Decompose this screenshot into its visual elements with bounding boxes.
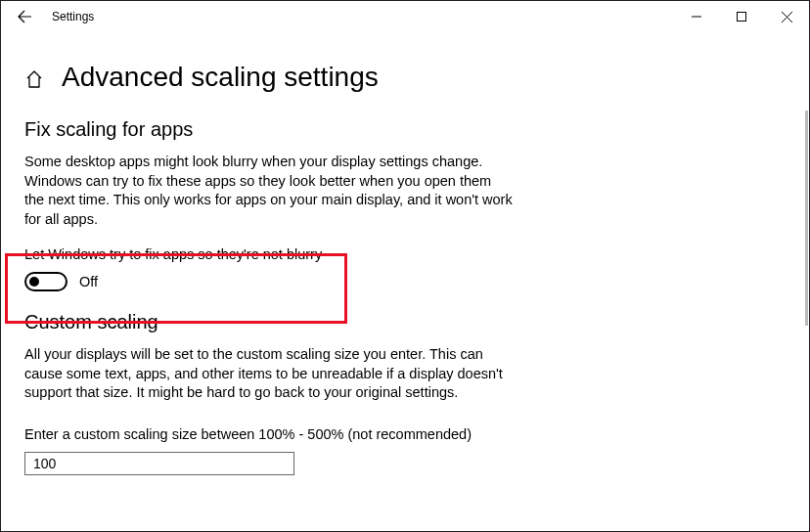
- title-bar: Settings: [1, 1, 809, 32]
- minimize-button[interactable]: [674, 1, 719, 32]
- maximize-button[interactable]: [719, 1, 764, 32]
- custom-scaling-field-label: Enter a custom scaling size between 100%…: [24, 426, 786, 442]
- minimize-icon: [692, 12, 701, 22]
- fix-scaling-toggle[interactable]: [24, 272, 68, 291]
- fix-scaling-toggle-row: Off: [24, 272, 786, 291]
- back-arrow-icon: [17, 9, 32, 24]
- custom-scaling-heading: Custom scaling: [24, 311, 786, 333]
- toggle-knob-icon: [29, 277, 39, 287]
- home-button[interactable]: [24, 69, 44, 89]
- scrollbar[interactable]: [805, 111, 808, 326]
- maximize-icon: [737, 12, 746, 22]
- close-icon: [782, 12, 792, 22]
- close-button[interactable]: [764, 1, 809, 32]
- page-title: Advanced scaling settings: [62, 62, 379, 93]
- fix-scaling-toggle-label: Let Windows try to fix apps so they're n…: [24, 246, 786, 262]
- fix-scaling-toggle-state: Off: [79, 274, 98, 289]
- page-header: Advanced scaling settings: [24, 62, 786, 93]
- fix-scaling-heading: Fix scaling for apps: [24, 118, 786, 141]
- custom-scaling-input[interactable]: [24, 452, 294, 475]
- back-button[interactable]: [7, 1, 42, 32]
- window-controls: [674, 1, 809, 32]
- window-title: Settings: [52, 10, 94, 23]
- custom-scaling-description: All your displays will be set to the cus…: [24, 345, 514, 403]
- content-area: Advanced scaling settings Fix scaling fo…: [1, 32, 809, 531]
- svg-rect-0: [738, 13, 746, 22]
- fix-scaling-description: Some desktop apps might look blurry when…: [24, 153, 514, 229]
- home-icon: [24, 69, 44, 89]
